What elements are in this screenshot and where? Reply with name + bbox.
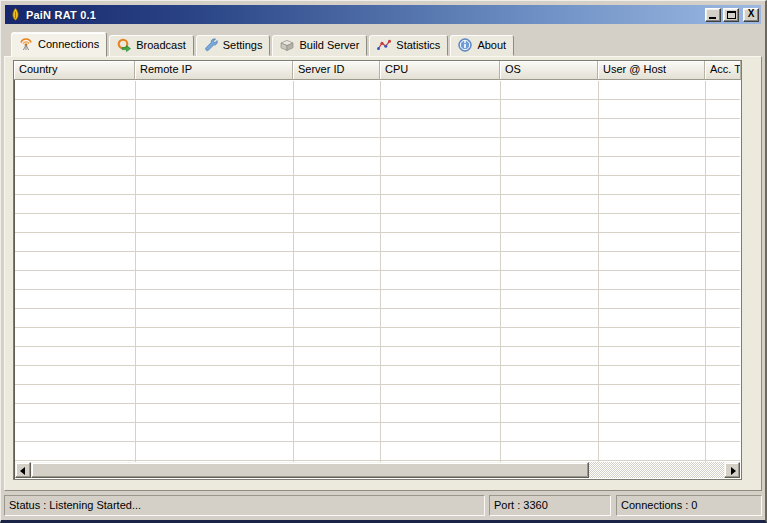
grid-cell [706,81,740,99]
column-header-remote-ip[interactable]: Remote IP [135,61,293,80]
window-title: PaiN RAT 0.1 [26,9,705,21]
tab-label: Settings [223,39,263,51]
grid-cell [136,442,294,460]
tab-settings[interactable]: Settings [196,35,271,56]
grid-cell [381,233,501,251]
minimize-button[interactable] [705,8,721,22]
grid-cell [15,119,136,137]
grid-cell [599,195,706,213]
close-icon: X [744,9,758,20]
grid-cell [501,328,599,346]
grid-cell [136,195,294,213]
grid-cell [15,347,136,365]
grid-cell [501,100,599,118]
tab-about[interactable]: About [450,35,514,56]
grid-cell [15,423,136,441]
tab-statistics[interactable]: Statistics [369,35,448,56]
grid-cell [501,119,599,137]
grid-cell [599,271,706,289]
scroll-right-button[interactable] [724,462,740,478]
grid-cell [381,138,501,156]
grid-cell [706,328,740,346]
column-header-user-host[interactable]: User @ Host [598,61,705,80]
grid-cell [294,119,381,137]
table-row [15,214,740,233]
grid-cell [15,195,136,213]
tab-connections[interactable]: Connections [11,32,107,57]
column-header-server-id[interactable]: Server ID [293,61,380,80]
scrollbar-thumb[interactable] [31,462,589,478]
grid-cell [136,328,294,346]
table-row [15,404,740,423]
maximize-icon [727,11,736,19]
maximize-button[interactable] [723,8,739,22]
grid-cell [15,366,136,384]
grid-cell [599,119,706,137]
grid-cell [381,271,501,289]
grid-cell [501,404,599,422]
grid-cell [599,214,706,232]
close-button[interactable]: X [743,8,759,22]
column-header-acc-type[interactable]: Acc. Typ [705,61,741,80]
antenna-icon [18,36,34,52]
titlebar[interactable]: PaiN RAT 0.1 X [5,5,761,24]
grid-cell [501,138,599,156]
grid-cell [381,290,501,308]
horizontal-scrollbar[interactable] [15,462,740,478]
grid-cell [381,404,501,422]
table-row [15,100,740,119]
minimize-icon [709,17,716,19]
grid-cell [15,328,136,346]
table-row [15,290,740,309]
grid-cell [136,214,294,232]
grid-cell [15,81,136,99]
tab-build-server[interactable]: Build Server [272,35,367,56]
table-row [15,328,740,347]
table-row [15,233,740,252]
grid-cell [501,233,599,251]
scroll-left-button[interactable] [15,462,31,478]
grid-cell [501,252,599,270]
column-header-os[interactable]: OS [500,61,598,80]
grid-cell [599,442,706,460]
column-header-cpu[interactable]: CPU [380,61,500,80]
grid-cell [706,138,740,156]
grid-cell [294,290,381,308]
grid-cell [15,233,136,251]
column-header-country[interactable]: Country [14,61,135,80]
tab-broadcast[interactable]: Broadcast [109,35,194,56]
grid-cell [136,157,294,175]
grid-cell [599,290,706,308]
grid-cell [15,271,136,289]
grid-cell [381,195,501,213]
grid-cell [136,309,294,327]
grid-cell [706,157,740,175]
scrollbar-track[interactable] [589,462,724,478]
connections-listview[interactable]: Country Remote IP Server ID CPU OS User … [13,60,742,480]
listview-body[interactable] [15,81,740,462]
grid-cell [381,81,501,99]
grid-cell [706,404,740,422]
grid-cell [501,176,599,194]
grid-cell [501,366,599,384]
grid-cell [381,442,501,460]
grid-cell [381,366,501,384]
grid-cell [294,328,381,346]
grid-cell [15,100,136,118]
grid-cell [381,100,501,118]
grid-cell [15,252,136,270]
grid-cell [599,404,706,422]
grid-cell [599,366,706,384]
grid-cell [381,309,501,327]
table-row [15,366,740,385]
grid-cell [294,233,381,251]
port-panel: Port : 3360 [489,495,611,516]
table-row [15,252,740,271]
table-row [15,309,740,328]
grid-cell [501,385,599,403]
grid-cell [294,404,381,422]
table-row [15,423,740,442]
grid-cell [15,309,136,327]
grid-cell [706,442,740,460]
grid-cell [706,252,740,270]
